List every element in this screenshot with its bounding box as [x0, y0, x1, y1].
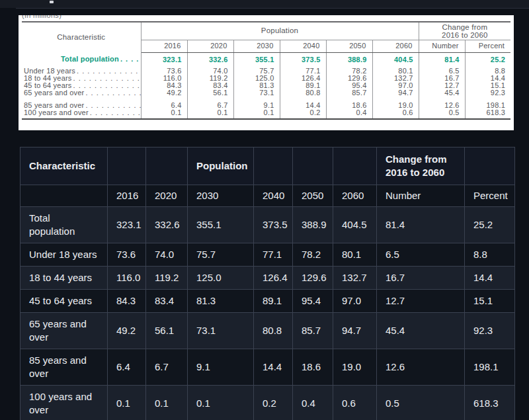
source-header-year-2060: 2060 — [372, 40, 419, 52]
dark-table-row: 45 to 64 years84.383.481.389.195.497.012… — [20, 290, 515, 313]
dark-cell-value: 0.6 — [333, 386, 377, 420]
dark-cell-value: 0.1 — [146, 386, 188, 420]
source-cell-value: 198.1 — [465, 102, 510, 109]
source-cell-value: 0.1 — [233, 109, 280, 119]
dark-table-row: Total population323.1332.6355.1373.5388.… — [20, 207, 515, 243]
dark-cell-value: 125.0 — [188, 267, 254, 290]
source-row-label: 100 years and over. . . . . . . . . . . … — [22, 109, 141, 119]
dark-header-empty — [254, 147, 293, 185]
dark-cell-value: 81.3 — [188, 290, 254, 313]
dark-subheader-2030: 2030 — [188, 185, 254, 207]
source-header-number: Number — [419, 40, 465, 52]
source-cell-value: 0.6 — [372, 109, 419, 119]
image-caption: (In millions) — [22, 15, 514, 19]
source-cell-value: 14.4 — [280, 102, 326, 109]
dark-cell-value: 0.4 — [293, 386, 333, 420]
dark-cell-value: 0.2 — [254, 386, 293, 420]
dark-table-row: 85 years and over6.46.79.114.418.619.012… — [20, 349, 515, 386]
dark-cell-value: 6.4 — [108, 349, 146, 386]
dot-leader: . . . . . . . . . . . . . . . . . . . . … — [89, 109, 141, 116]
dark-cell-value: 56.1 — [146, 313, 188, 349]
dark-cell-value: 77.1 — [254, 243, 293, 267]
source-cell-value: 74.0 — [187, 67, 233, 75]
source-header-change-line1: Change from — [419, 23, 511, 31]
dot-leader: . . . . . . . . . . . . . . . . . . . . … — [72, 82, 141, 89]
source-cell-value: 0.5 — [419, 109, 465, 119]
dark-cell-value: 97.0 — [333, 290, 377, 313]
source-table-row: 85 years and over. . . . . . . . . . . .… — [22, 102, 510, 109]
dark-subheader-percent: Percent — [465, 185, 515, 207]
dark-cell-value: 126.4 — [254, 267, 293, 290]
source-cell-value: 8.8 — [465, 67, 510, 75]
dark-cell-value: 14.4 — [254, 349, 293, 386]
dark-subheader-2016: 2016 — [108, 185, 146, 207]
source-cell-value: 119.2 — [187, 75, 233, 82]
dark-cell-value: 12.6 — [377, 349, 465, 386]
dark-subheader-empty — [20, 185, 108, 207]
dark-cell-value: 116.0 — [108, 267, 146, 290]
source-cell-value: 77.1 — [280, 67, 326, 75]
source-cell-value: 83.4 — [187, 82, 233, 89]
dark-cell-value: 81.4 — [377, 207, 465, 243]
source-cell-value: 73.1 — [233, 89, 280, 97]
spacer-cell — [22, 97, 141, 102]
dark-header-empty — [108, 147, 146, 185]
dark-cell-value: 18.6 — [293, 349, 333, 386]
source-table-row: 65 years and over. . . . . . . . . . . .… — [22, 89, 510, 97]
dark-cell-value: 355.1 — [188, 207, 254, 243]
dark-header-empty — [146, 147, 188, 185]
dark-cell-value: 89.1 — [254, 290, 293, 313]
source-header-year-2040: 2040 — [280, 40, 326, 52]
source-cell-value: 78.2 — [326, 67, 372, 75]
source-cell-value: 9.1 — [233, 102, 280, 109]
dark-cell-value: 73.1 — [188, 313, 254, 349]
dark-cell-value: 0.1 — [188, 386, 254, 420]
dark-cell-value: 618.3 — [465, 386, 515, 420]
source-table-row: Total population. . . . . . . . . . . . … — [22, 52, 510, 67]
dark-table-row: Under 18 years73.674.075.777.178.280.16.… — [20, 243, 515, 267]
top-band — [0, 0, 529, 8]
dark-subheader-2060: 2060 — [333, 185, 377, 207]
source-cell-value: 95.4 — [326, 82, 372, 89]
dark-header-empty — [293, 147, 333, 185]
source-cell-value: 12.7 — [419, 82, 465, 89]
dark-table: Characteristic Population Change from 20… — [20, 147, 515, 420]
dark-cell-value: 15.1 — [465, 290, 515, 313]
source-cell-value: 0.2 — [280, 109, 326, 119]
dark-cell-value: 80.8 — [254, 313, 293, 349]
dark-cell-value: 388.9 — [293, 207, 333, 243]
dark-cell-value: 198.1 — [465, 349, 515, 386]
dark-cell-value: 332.6 — [146, 207, 188, 243]
dark-table-row: 100 years and over0.10.10.10.20.40.60.56… — [20, 386, 515, 420]
source-cell-value: 0.1 — [187, 109, 233, 119]
dot-leader: . . . . . . . . . . . . . . . . . . . . … — [75, 67, 140, 75]
source-cell-value: 80.8 — [280, 89, 326, 97]
source-cell-value: 388.9 — [326, 52, 372, 67]
source-row-label: Under 18 years. . . . . . . . . . . . . … — [22, 67, 141, 75]
source-row-label: 85 years and over. . . . . . . . . . . .… — [22, 102, 141, 109]
source-cell-value: 125.0 — [233, 75, 280, 82]
dark-cell-value: 80.1 — [333, 243, 377, 267]
source-cell-value: 81.3 — [233, 82, 280, 89]
source-cell-value: 81.4 — [419, 52, 465, 67]
source-table-row: 18 to 44 years. . . . . . . . . . . . . … — [22, 75, 510, 82]
source-cell-value: 0.4 — [326, 109, 372, 119]
source-header-year-2016: 2016 — [141, 40, 187, 52]
source-header-year-2020: 2020 — [187, 40, 233, 52]
cropped-text-fragment — [50, 1, 54, 3]
dark-cell-value: 94.7 — [333, 313, 377, 349]
dark-cell-value: 9.1 — [188, 349, 254, 386]
dark-cell-value: 8.8 — [465, 243, 515, 267]
source-cell-value: 89.1 — [280, 82, 326, 89]
source-cell-value: 129.6 — [326, 75, 372, 82]
dark-header-population: Population — [188, 147, 254, 185]
source-header-year-2050: 2050 — [326, 40, 372, 52]
source-cell-value: 45.4 — [419, 89, 465, 97]
dark-cell-value: 119.2 — [146, 267, 188, 290]
dark-cell-value: 6.5 — [377, 243, 465, 267]
source-table-row: Under 18 years. . . . . . . . . . . . . … — [22, 67, 510, 75]
dark-subheader-number: Number — [377, 185, 465, 207]
dark-header-characteristic: Characteristic — [20, 147, 108, 185]
dark-table-row: 18 to 44 years116.0119.2125.0126.4129.61… — [20, 267, 515, 290]
dark-cell-value: 84.3 — [108, 290, 146, 313]
